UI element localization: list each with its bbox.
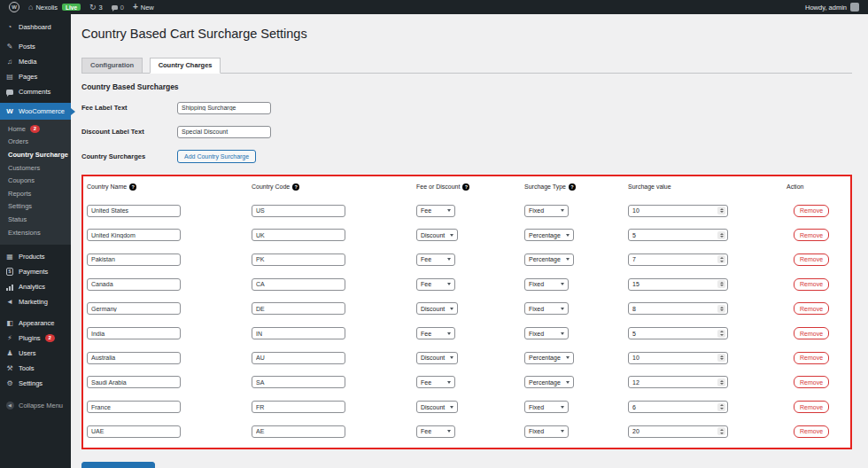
sidebar-item-home[interactable]: Home2 xyxy=(0,122,71,136)
fee-or-discount-select[interactable]: Discount xyxy=(416,352,458,364)
sidebar-item-status[interactable]: Status xyxy=(0,213,71,226)
country-name-input[interactable] xyxy=(87,376,181,388)
fee-or-discount-select[interactable]: Discount xyxy=(416,302,458,315)
howdy-account-menu[interactable]: Howdy, admin xyxy=(805,4,847,12)
new-content-menu[interactable]: + New xyxy=(133,3,154,12)
surcharge-value-input[interactable] xyxy=(630,379,706,386)
sidebar-item-payments[interactable]: $Payments xyxy=(0,264,71,279)
surcharge-type-select[interactable]: Fixed xyxy=(524,302,569,315)
remove-button[interactable]: Remove xyxy=(794,425,829,438)
sidebar-item-woocommerce[interactable]: W WooCommerce xyxy=(0,103,71,120)
fee-or-discount-select[interactable]: Fee xyxy=(416,205,455,217)
country-name-input[interactable] xyxy=(87,425,181,438)
country-code-input[interactable] xyxy=(252,278,345,291)
surcharge-type-select[interactable]: Percentage xyxy=(524,352,574,364)
sidebar-item-reports[interactable]: Reports xyxy=(0,187,71,200)
sidebar-item-customers[interactable]: Customers xyxy=(0,161,71,175)
help-icon[interactable]: ? xyxy=(462,183,469,191)
fee-label-text-input[interactable] xyxy=(177,102,271,114)
number-spinner[interactable] xyxy=(717,330,725,338)
sidebar-item-posts[interactable]: ✎Posts xyxy=(0,39,71,54)
surcharge-value-input[interactable] xyxy=(630,232,706,238)
country-name-input[interactable] xyxy=(87,205,181,217)
remove-button[interactable]: Remove xyxy=(794,327,829,339)
surcharge-type-select[interactable]: Fixed xyxy=(524,205,569,217)
surcharge-value-input[interactable] xyxy=(630,256,706,262)
fee-or-discount-select[interactable]: Fee xyxy=(416,425,455,438)
surcharge-type-select[interactable]: Fixed xyxy=(524,401,569,413)
number-spinner[interactable] xyxy=(717,354,725,362)
country-code-input[interactable] xyxy=(252,401,345,413)
surcharge-value-input[interactable] xyxy=(630,428,706,434)
sidebar-item-orders[interactable]: Orders xyxy=(0,136,71,149)
sidebar-item-marketing[interactable]: ◄Marketing xyxy=(0,294,71,309)
country-code-input[interactable] xyxy=(252,376,345,388)
country-code-input[interactable] xyxy=(252,327,345,339)
site-name-menu[interactable]: ⌂ Nexolis Live xyxy=(28,4,81,12)
surcharge-value-input[interactable] xyxy=(630,404,706,410)
sidebar-item-settings[interactable]: Settings xyxy=(0,200,71,214)
surcharge-type-select[interactable]: Fixed xyxy=(524,278,569,291)
number-spinner[interactable] xyxy=(717,427,725,435)
sidebar-item-extensions[interactable]: Extensions xyxy=(0,226,71,239)
number-spinner[interactable] xyxy=(717,305,725,313)
save-change-button[interactable]: Save Change xyxy=(81,462,155,468)
sidebar-item-country-surcharge[interactable]: Country Surcharge xyxy=(0,148,71,161)
surcharge-value-input[interactable] xyxy=(630,306,706,312)
sidebar-item-analytics[interactable]: Analytics xyxy=(0,279,71,294)
fee-or-discount-select[interactable]: Fee xyxy=(416,376,455,388)
number-spinner[interactable] xyxy=(717,255,725,263)
surcharge-value-input[interactable] xyxy=(630,355,706,361)
number-spinner[interactable] xyxy=(717,207,725,214)
fee-or-discount-select[interactable]: Discount xyxy=(416,401,458,413)
number-spinner[interactable] xyxy=(717,403,725,411)
country-code-input[interactable] xyxy=(252,229,345,241)
fee-or-discount-select[interactable]: Fee xyxy=(416,254,455,266)
remove-button[interactable]: Remove xyxy=(794,352,829,364)
number-spinner[interactable] xyxy=(717,231,725,239)
surcharge-type-select[interactable]: Percentage xyxy=(524,229,574,241)
collapse-menu-button[interactable]: ◀ Collapse Menu xyxy=(0,398,71,413)
sidebar-item-tools[interactable]: ⚒Tools xyxy=(0,361,71,376)
remove-button[interactable]: Remove xyxy=(794,229,829,241)
add-country-surcharge-button[interactable]: Add Country Surcharge xyxy=(177,150,256,163)
country-code-input[interactable] xyxy=(252,352,345,364)
fee-or-discount-select[interactable]: Discount xyxy=(416,229,458,241)
fee-or-discount-select[interactable]: Fee xyxy=(416,327,455,339)
country-code-input[interactable] xyxy=(252,425,345,438)
sidebar-item-settings[interactable]: ⚙Settings xyxy=(0,376,71,391)
tab-country-charges[interactable]: Country Charges xyxy=(150,58,221,74)
remove-button[interactable]: Remove xyxy=(794,401,829,413)
surcharge-type-select[interactable]: Percentage xyxy=(524,376,574,388)
wp-logo-menu[interactable]: W xyxy=(9,2,19,12)
country-name-input[interactable] xyxy=(87,254,181,266)
sidebar-item-products[interactable]: ▦Products xyxy=(0,249,71,264)
help-icon[interactable]: ? xyxy=(569,183,576,191)
number-spinner[interactable] xyxy=(717,378,725,386)
surcharge-type-select[interactable]: Percentage xyxy=(524,254,574,266)
remove-button[interactable]: Remove xyxy=(794,254,829,266)
sidebar-item-comments[interactable]: Comments xyxy=(0,84,71,99)
help-icon[interactable]: ? xyxy=(129,183,136,191)
sidebar-item-users[interactable]: ♟Users xyxy=(0,346,71,361)
surcharge-value-input[interactable] xyxy=(630,281,706,287)
sidebar-item-pages[interactable]: ▤Pages xyxy=(0,69,71,84)
remove-button[interactable]: Remove xyxy=(794,302,829,315)
sidebar-item-dashboard[interactable]: ◔Dashboard xyxy=(0,20,71,35)
surcharge-type-select[interactable]: Fixed xyxy=(524,425,569,438)
country-name-input[interactable] xyxy=(87,401,181,413)
sidebar-item-plugins[interactable]: ⚡Plugins2 xyxy=(0,331,71,346)
tab-configuration[interactable]: Configuration xyxy=(81,58,143,74)
country-name-input[interactable] xyxy=(87,352,181,364)
comments-menu[interactable]: 0 xyxy=(112,4,124,12)
updates-menu[interactable]: ↻ 3 xyxy=(89,4,103,12)
country-code-input[interactable] xyxy=(252,302,345,315)
help-icon[interactable]: ? xyxy=(292,183,299,191)
country-name-input[interactable] xyxy=(87,229,181,241)
country-name-input[interactable] xyxy=(87,278,181,291)
sidebar-item-media[interactable]: ♫Media xyxy=(0,54,71,69)
remove-button[interactable]: Remove xyxy=(794,278,829,291)
remove-button[interactable]: Remove xyxy=(794,376,829,388)
surcharge-type-select[interactable]: Fixed xyxy=(524,327,569,339)
surcharge-value-input[interactable] xyxy=(630,207,706,214)
